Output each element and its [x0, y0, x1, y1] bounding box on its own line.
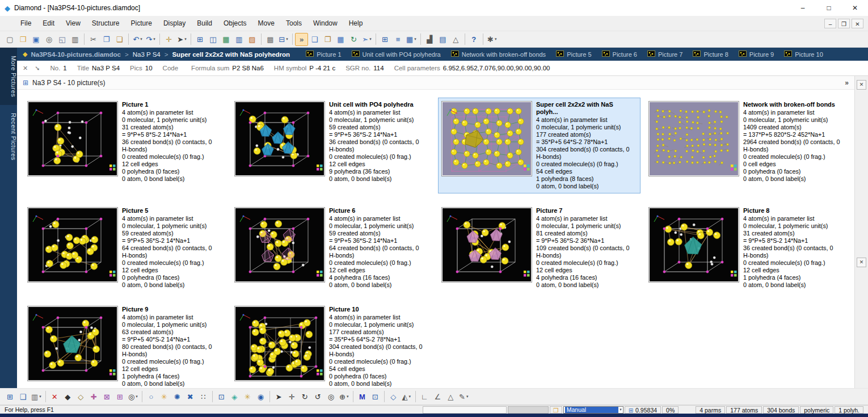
select-icon[interactable]: ➤▾: [175, 33, 188, 46]
transfer-picture-icon[interactable]: ➣▾: [360, 33, 373, 46]
mdi-restore-button[interactable]: ❐: [838, 19, 850, 28]
picture-thumbnail[interactable]: [441, 101, 532, 176]
picture-card-picture-6[interactable]: Picture 64 atom(s) in parameter list0 mo…: [231, 204, 433, 292]
complete-fragments-icon[interactable]: ✳: [158, 390, 171, 403]
picture-thumbnail[interactable]: [234, 101, 325, 176]
help-icon[interactable]: ?: [467, 33, 481, 46]
histogram-icon[interactable]: ▟: [423, 33, 436, 46]
menu-build[interactable]: Build: [191, 16, 218, 31]
expand-info-icon[interactable]: ➘: [35, 65, 40, 72]
powder-diagram-icon[interactable]: ▨: [246, 33, 259, 46]
select-mode-icon[interactable]: ➤: [272, 390, 285, 403]
picture-thumbnail[interactable]: [441, 207, 532, 283]
picture-frame-icon[interactable]: ❑: [16, 390, 30, 403]
picture-tab-picture-9[interactable]: Picture 9: [739, 50, 774, 58]
fill-cell-range-icon[interactable]: ⊞: [113, 390, 127, 403]
copy-icon[interactable]: ❐: [100, 33, 113, 46]
perspective-icon[interactable]: ◭▾: [400, 390, 413, 403]
breadcrumb-current-picture[interactable]: Super cell 2x2x2 with NaS polyhedron: [172, 51, 290, 58]
mdi-minimize-button[interactable]: –: [824, 19, 836, 28]
pan-icon[interactable]: ✛: [162, 33, 175, 46]
hydrogen-bonds-icon[interactable]: ∷: [197, 390, 210, 403]
data-sheet-icon[interactable]: ▦: [220, 33, 233, 46]
rotate-mode-icon[interactable]: ↻: [298, 390, 311, 403]
print-icon[interactable]: ▥: [69, 33, 82, 46]
picture-tab-picture-1[interactable]: Picture 1: [306, 50, 341, 58]
open-document-icon[interactable]: ❒: [16, 33, 30, 46]
duplicate-picture-icon[interactable]: ❐: [321, 33, 334, 46]
set-center-icon[interactable]: ⊕▾: [338, 390, 351, 403]
picture-thumbnail[interactable]: [648, 207, 739, 283]
cut-icon[interactable]: ✂: [87, 33, 100, 46]
menu-file[interactable]: File: [15, 16, 37, 31]
picture-thumbnail[interactable]: [648, 101, 739, 176]
undo-icon[interactable]: ↶▾: [131, 33, 144, 46]
minimize-button[interactable]: –: [790, 0, 816, 16]
properties-icon[interactable]: ▩: [264, 33, 277, 46]
breadcrumb-structure[interactable]: Na3 P S4: [133, 51, 161, 58]
settings-icon[interactable]: ✱▾: [486, 33, 499, 46]
navigation-bar-icon[interactable]: »: [295, 33, 308, 46]
picture-thumbnail[interactable]: [27, 207, 118, 283]
broken-off-bonds-icon[interactable]: ✖: [184, 390, 197, 403]
menu-edit[interactable]: Edit: [37, 16, 60, 31]
breadcrumb-document[interactable]: Na3PS4-10-pictures.diamdoc: [31, 51, 121, 58]
picture-card-unit-cell-with-po4-polyhedra[interactable]: Unit cell with PO4 polyhedra4 atom(s) in…: [231, 98, 433, 193]
find-icon[interactable]: ◎: [43, 33, 56, 46]
table-of-pictures-icon[interactable]: ⊞: [193, 33, 207, 46]
redo-icon[interactable]: ↷▾: [144, 33, 157, 46]
mode-select[interactable]: Manual ▾: [563, 406, 623, 414]
menu-window[interactable]: Window: [307, 16, 343, 31]
distances-angles-icon[interactable]: ▥: [233, 33, 246, 46]
print-preview-icon[interactable]: ◱: [56, 33, 69, 46]
movie-icon[interactable]: M: [356, 390, 369, 403]
picture-card-super-cell-2x2x2-with-nas-polyh[interactable]: Super cell 2x2x2 with NaS polyh...4 atom…: [438, 98, 641, 193]
picture-card-picture-10[interactable]: Picture 104 atom(s) in parameter list0 m…: [231, 302, 433, 388]
menu-structure[interactable]: Structure: [86, 16, 125, 31]
zoom-mode-icon[interactable]: ◎: [325, 390, 338, 403]
close-button[interactable]: ✕: [842, 0, 868, 16]
create-all-atoms-icon[interactable]: ◇: [74, 390, 87, 403]
menu-tools[interactable]: Tools: [280, 16, 307, 31]
sidebar-tab-recent-pictures[interactable]: Recent Pictures: [0, 105, 17, 169]
picture-tab-picture-10[interactable]: Picture 10: [784, 50, 823, 58]
fill-unit-cell-icon[interactable]: ⊠: [100, 390, 113, 403]
create-atoms-icon[interactable]: ◆: [61, 390, 74, 403]
menu-objects[interactable]: Objects: [218, 16, 252, 31]
picture-card-picture-8[interactable]: Picture 84 atom(s) in parameter list0 mo…: [645, 204, 848, 292]
coordination-spheres-icon[interactable]: ✺: [171, 390, 184, 403]
view-table-icon[interactable]: ⊞: [378, 33, 391, 46]
picture-contents-icon[interactable]: ⊞: [3, 390, 16, 403]
new-document-icon[interactable]: ▢: [3, 33, 16, 46]
chart-icon[interactable]: △: [449, 33, 462, 46]
cell-edges-icon[interactable]: ⊡: [215, 390, 228, 403]
picture-card-picture-1[interactable]: Picture 14 atom(s) in parameter list0 mo…: [24, 98, 226, 193]
create-molecules-icon[interactable]: ○: [145, 390, 158, 403]
paste-icon[interactable]: ❏: [113, 33, 126, 46]
grow-shrink-icon[interactable]: ✳: [241, 390, 254, 403]
menu-view[interactable]: View: [60, 16, 86, 31]
picture-thumbnail[interactable]: [234, 207, 325, 283]
edit-mode-icon[interactable]: ✎▾: [457, 390, 470, 403]
picture-gallery-icon[interactable]: ▦: [334, 33, 347, 46]
measure-angle-icon[interactable]: ∠: [431, 390, 444, 403]
table-views-icon[interactable]: ⊟▾: [277, 33, 290, 46]
menu-help[interactable]: Help: [343, 16, 369, 31]
maximize-button[interactable]: □: [816, 0, 842, 16]
destroy-all-icon[interactable]: ✕: [48, 390, 61, 403]
sidebar-tab-more-pictures[interactable]: More Pictures: [0, 48, 17, 105]
render-scene-icon[interactable]: ⊡: [369, 390, 382, 403]
picture-thumbnail[interactable]: [234, 306, 325, 381]
picture-tab-picture-6[interactable]: Picture 6: [602, 50, 637, 58]
picture-tab-network-with-broken-off-bonds[interactable]: Network with broken-off bonds: [451, 50, 546, 58]
menu-display[interactable]: Display: [158, 16, 191, 31]
expand-section-icon[interactable]: »: [845, 79, 849, 87]
update-picture-icon[interactable]: ↻: [347, 33, 360, 46]
view-list-icon[interactable]: ≡: [391, 33, 404, 46]
save-document-icon[interactable]: ▣: [30, 33, 43, 46]
picture-thumbnail[interactable]: [27, 306, 118, 381]
measure-distance-icon[interactable]: ∟: [418, 390, 431, 403]
move-mode-icon[interactable]: ✛: [285, 390, 298, 403]
picture-tab-picture-7[interactable]: Picture 7: [647, 50, 682, 58]
spin-mode-icon[interactable]: ↺: [311, 390, 325, 403]
